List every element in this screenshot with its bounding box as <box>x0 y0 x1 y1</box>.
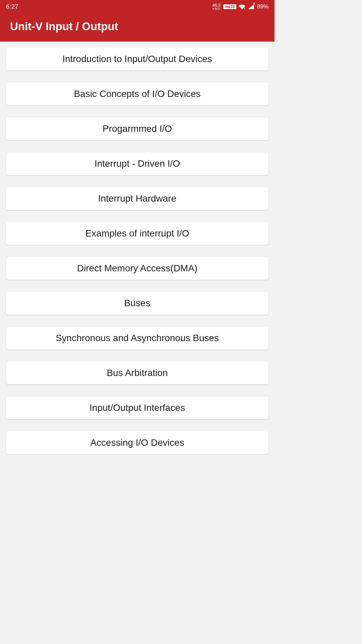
app-bar: Unit-V Input / Output <box>0 13 275 42</box>
list-item[interactable]: Introduction to Input/Output Devices <box>6 48 268 70</box>
page-title: Unit-V Input / Output <box>10 20 264 33</box>
list-item[interactable]: Bus Arbitration <box>6 362 268 384</box>
status-bar: 6:27 46.5 KB/S VoLTE X 89% <box>0 0 275 13</box>
list-item[interactable]: Interrupt Hardware <box>6 187 268 210</box>
volte-badge: VoLTE <box>223 4 236 9</box>
list-item[interactable]: Progarmmed I/O <box>6 117 268 140</box>
list-item[interactable]: Examples of interrupt I/O <box>6 222 268 245</box>
list-item[interactable]: Interrupt - Driven I/O <box>6 152 268 175</box>
wifi-icon <box>238 4 246 10</box>
list-item[interactable]: Buses <box>6 292 268 315</box>
status-right: 46.5 KB/S VoLTE X 89% <box>212 3 268 10</box>
list-item[interactable]: Direct Memory Access(DMA) <box>6 257 268 280</box>
list-item[interactable]: Synchronous and Asynchronous Buses <box>6 327 268 350</box>
signal-icon: X <box>248 4 254 9</box>
network-speed-unit: KB/S <box>213 7 220 10</box>
signal-marker: X <box>253 2 255 5</box>
list-item[interactable]: Accessing I/O Devices <box>6 431 268 454</box>
battery-percentage: 89% <box>257 3 268 10</box>
list-item[interactable]: Basic Concepts of I/O Devices <box>6 83 268 105</box>
list-item[interactable]: Input/Output Interfaces <box>6 396 268 419</box>
network-speed: 46.5 KB/S <box>212 3 221 10</box>
topic-list: Introduction to Input/Output Devices Bas… <box>0 42 275 457</box>
status-time: 6:27 <box>6 3 18 10</box>
